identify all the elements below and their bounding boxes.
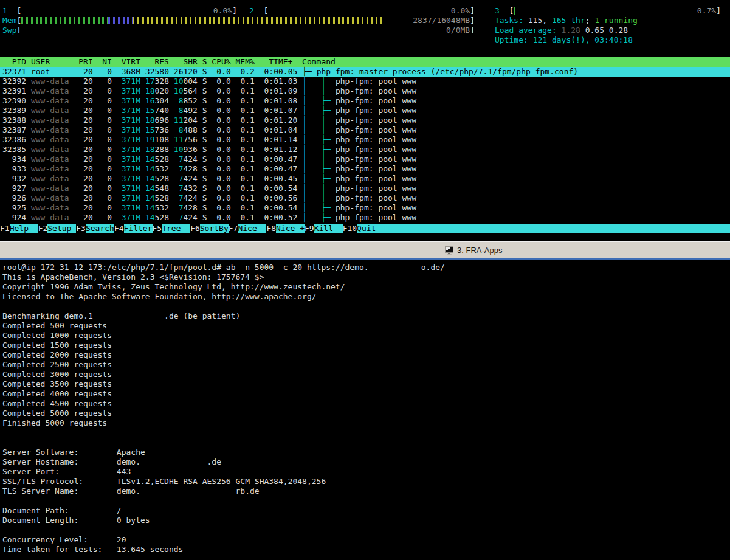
cpu1-meter: 1 [0.0%] (2, 6, 237, 16)
htop-pane[interactable]: 1 [0.0%] 2 [0.0%] 3 [0.7%] Mem[2837/1604… (0, 0, 730, 233)
function-key-bar: F1Help F2Setup F3SearchF4FilterF5Tree F6… (0, 224, 730, 233)
process-row[interactable]: 933 www-data 20 0 371M 14532 7428 S 0.0 … (0, 164, 730, 174)
terminal-line: Completed 3000 requests (2, 370, 730, 379)
fkey-f10-label[interactable]: Quit (357, 224, 376, 233)
mem-fill-yellow (133, 17, 384, 24)
terminal-line: Licensed to The Apache Software Foundati… (2, 292, 730, 302)
terminal-window-icon (444, 246, 454, 255)
terminal-line (2, 428, 730, 438)
fkey-f10[interactable]: F10 (343, 224, 357, 233)
tree-branch-glyph: │ ├─ (302, 184, 336, 193)
uptime: Uptime: 121 days(!), 03:40:18 (495, 35, 633, 45)
memory-meter: Mem[2837/16048MB] (2, 16, 475, 26)
process-row[interactable]: 32385 www-data 20 0 371M 18288 10936 S 0… (0, 145, 730, 154)
process-row[interactable]: 926 www-data 20 0 371M 14528 7424 S 0.0 … (0, 193, 730, 203)
process-row[interactable]: 927 www-data 20 0 371M 14548 7432 S 0.0 … (0, 184, 730, 193)
fkey-f6[interactable]: F6 (190, 224, 200, 233)
tab-bar[interactable]: 3. FRA-Apps (0, 241, 730, 258)
process-table-header[interactable]: PID USER PRI NI VIRT RES SHR S CPU% MEM%… (0, 57, 730, 67)
fkey-f4[interactable]: F4 (114, 224, 124, 233)
tree-branch-glyph: │ ├─ (302, 106, 336, 115)
terminal-line (2, 302, 730, 311)
terminal-line: Benchmarking demo.1 .de (be patient) (2, 311, 730, 321)
terminal-line: Completed 500 requests (2, 321, 730, 331)
fkey-f5[interactable]: F5 (153, 224, 162, 233)
tree-branch-glyph: │ ├─ (302, 213, 336, 222)
swap-value: 0/0MB (446, 26, 470, 35)
tree-branch-glyph: │ ├─ (302, 193, 336, 202)
terminal-line: Completed 1500 requests (2, 340, 730, 350)
tree-branch-glyph: ├─ (302, 67, 316, 76)
tree-branch-glyph: │ ├─ (302, 154, 336, 164)
tree-branch-glyph: │ ├─ (302, 77, 336, 86)
process-row[interactable]: 925 www-data 20 0 371M 14532 7428 S 0.0 … (0, 203, 730, 213)
terminal-line (2, 438, 730, 448)
process-row[interactable]: 32388 www-data 20 0 371M 18696 11204 S 0… (0, 116, 730, 125)
terminal-line: root@ip-172-31-12-173:/etc/php/7.1/fpm/p… (2, 263, 730, 272)
cpu3-fill-green (514, 7, 515, 15)
cpu3-meter: 3 [0.7%] (495, 6, 721, 16)
mem-fill-green (21, 17, 108, 24)
tree-branch-glyph: │ ├─ (302, 125, 336, 134)
fkey-f6-label[interactable]: SortBy (200, 224, 229, 233)
fkey-f9[interactable]: F9 (305, 224, 314, 233)
fkey-f3-label[interactable]: Search (86, 224, 114, 233)
terminal-line: Document Path: / (2, 506, 730, 516)
terminal-line: Finished 5000 requests (2, 418, 730, 428)
tree-branch-glyph: │ ├─ (302, 203, 336, 212)
terminal-line: Copyright 1996 Adam Twiss, Zeus Technolo… (2, 282, 730, 292)
fkey-f7-label[interactable]: Nice - (238, 224, 266, 233)
tree-branch-glyph: │ ├─ (302, 145, 336, 154)
terminal-line: Server Port: 443 (2, 467, 730, 477)
fkey-f2-label[interactable]: Setup (47, 224, 76, 233)
terminal-line: Server Hostname: demo. .de (2, 457, 730, 467)
apachebench-terminal[interactable]: root@ip-172-31-12-173:/etc/php/7.1/fpm/p… (0, 260, 730, 560)
fkey-f5-label[interactable]: Tree (162, 224, 190, 233)
fkey-f3[interactable]: F3 (76, 224, 86, 233)
window-title: 3. FRA-Apps (457, 246, 502, 255)
process-row[interactable]: 32391 www-data 20 0 371M 18020 10564 S 0… (0, 86, 730, 96)
load-average: Load average: 1.28 0.65 0.28 (495, 26, 628, 35)
mem-fill-blue (108, 17, 133, 24)
process-row[interactable]: 32386 www-data 20 0 371M 19108 11756 S 0… (0, 135, 730, 145)
cpu1-value: 0.0% (213, 6, 232, 16)
tree-branch-glyph: │ ├─ (302, 116, 336, 125)
tree-branch-glyph: │ ├─ (302, 174, 336, 183)
mem-value: 2837/16048MB (413, 16, 470, 26)
fkey-f9-label[interactable]: Kill (314, 224, 343, 233)
fkey-f7[interactable]: F7 (229, 224, 238, 233)
fkey-f8[interactable]: F8 (266, 224, 276, 233)
process-row[interactable]: 932 www-data 20 0 371M 14528 7424 S 0.0 … (0, 174, 730, 184)
fkey-f1-label[interactable]: Help (10, 224, 38, 233)
fkey-f4-label[interactable]: Filter (124, 224, 153, 233)
process-row[interactable]: 32387 www-data 20 0 371M 15736 8488 S 0.… (0, 125, 730, 135)
terminal-line: Completed 5000 requests (2, 409, 730, 418)
process-row[interactable]: 32392 www-data 20 0 371M 17328 10004 S 0… (0, 77, 730, 86)
terminal-line: SSL/TLS Protocol: TLSv1.2,ECDHE-RSA-AES2… (2, 477, 730, 486)
tree-branch-glyph: │ ├─ (302, 96, 336, 105)
process-row[interactable]: 934 www-data 20 0 371M 14528 7424 S 0.0 … (0, 154, 730, 164)
terminal-line: Completed 2000 requests (2, 350, 730, 360)
terminal-line: Document Length: 0 bytes (2, 516, 730, 525)
tasks-summary: Tasks: 115, 165 thr; 1 running (495, 16, 638, 26)
process-row[interactable]: 32371 root 20 0 368M 32580 26120 S 0.0 0… (0, 67, 730, 77)
tree-branch-glyph: │ ├─ (302, 86, 336, 95)
terminal-line (2, 525, 730, 535)
fkey-bar-filler (376, 224, 730, 233)
process-row[interactable]: 32390 www-data 20 0 371M 16304 8852 S 0.… (0, 96, 730, 106)
tree-branch-glyph: │ ├─ (302, 164, 336, 173)
process-row[interactable]: 924 www-data 20 0 371M 14528 7424 S 0.0 … (0, 213, 730, 223)
cpu2-meter: 2 [0.0%] (249, 6, 475, 16)
terminal-line: TLS Server Name: demo. rb.de (2, 486, 730, 496)
swap-meter: Swp[0/0MB] (2, 26, 475, 35)
tree-branch-glyph: │ ├─ (302, 135, 336, 144)
fkey-f2[interactable]: F2 (38, 224, 48, 233)
terminal-line: Time taken for tests: 13.645 seconds (2, 545, 730, 555)
terminal-line: Completed 1000 requests (2, 331, 730, 340)
fkey-f8-label[interactable]: Nice + (276, 224, 305, 233)
terminal-line: This is ApacheBench, Version 2.3 <$Revis… (2, 272, 730, 282)
fkey-f1[interactable]: F1 (0, 224, 10, 233)
process-row[interactable]: 32389 www-data 20 0 371M 15740 8492 S 0.… (0, 106, 730, 116)
terminal-line: Concurrency Level: 20 (2, 535, 730, 545)
terminal-line: Server Software: Apache (2, 448, 730, 457)
